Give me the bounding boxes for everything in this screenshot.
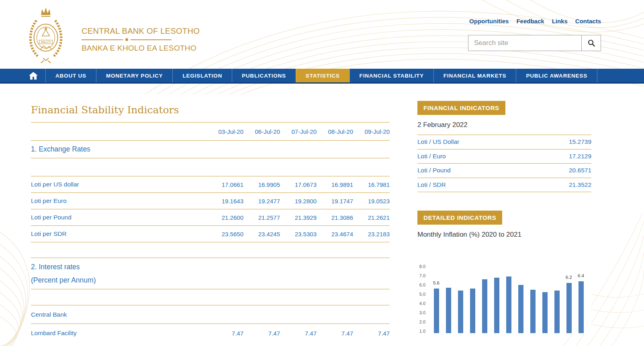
chart-bar bbox=[470, 289, 475, 333]
chart-y-tick: 5.0 bbox=[417, 292, 425, 297]
chart-bar bbox=[506, 276, 511, 333]
link-feedback[interactable]: Feedback bbox=[516, 18, 544, 25]
financial-indicators-badge: FINANCIAL INDICATORS bbox=[417, 101, 505, 115]
chart-y-tick: 3.0 bbox=[417, 310, 425, 315]
chart-bar bbox=[446, 288, 451, 333]
chart-bar bbox=[566, 283, 572, 333]
brand-divider-dot bbox=[125, 38, 128, 41]
chart-y-tick: 7.0 bbox=[417, 273, 425, 278]
spacer-row bbox=[31, 289, 390, 305]
nav-legislation[interactable]: LEGISLATION bbox=[172, 69, 232, 82]
chart-bar bbox=[434, 289, 439, 333]
nav-financial-stability[interactable]: FINANCIAL STABILITY bbox=[350, 69, 433, 82]
nav-financial-markets[interactable]: FINANCIAL MARKETS bbox=[433, 69, 516, 82]
table-row-lombard-facility: Lombard Facility 7.47 7.47 7.47 7.47 7.4… bbox=[31, 324, 390, 342]
date-header: 07-Jul-20 bbox=[280, 128, 317, 135]
indicator-row-pound: Loti / Pound 20.6571 bbox=[417, 164, 591, 178]
section-interest-rates: 2. Interest rates (Percent per Annum) bbox=[31, 258, 390, 289]
main-column: Financial Stability Indicators 03-Jul-20… bbox=[31, 84, 390, 342]
financial-indicators-table: Loti / US Dollar 15.2739 Loti / Euro 17.… bbox=[417, 135, 591, 192]
sidebar: FINANCIAL INDICATORS 2 February 2022 Lot… bbox=[417, 84, 591, 342]
utility-links: Opportunities Feedback Links Contacts bbox=[469, 18, 601, 25]
section-title: 2. Interest rates bbox=[31, 260, 390, 274]
nav-public-awareness[interactable]: PUBLIC AWARENESS bbox=[516, 69, 597, 82]
brand-text: CENTRAL BANK OF LESOTHO BANKA E KHOLO EA… bbox=[82, 27, 175, 53]
search-input[interactable] bbox=[468, 35, 581, 51]
section-subtitle: (Percent per Annum) bbox=[31, 274, 390, 287]
table-row-sdr: Loti per SDR 23.5650 23.4245 23.5303 23.… bbox=[31, 226, 390, 242]
table-row-usd: Loti per US dollar 17.0661 16.9905 17.06… bbox=[31, 176, 390, 193]
page: MALOTI CENTRAL BANK OF LESOTHO BANKA E K… bbox=[0, 0, 644, 346]
link-opportunities[interactable]: Opportunities bbox=[469, 18, 509, 25]
nav-home[interactable] bbox=[21, 69, 45, 82]
central-bank-emblem-logo: MALOTI bbox=[23, 6, 68, 63]
home-icon bbox=[29, 72, 38, 80]
chart-y-tick: 4.0 bbox=[417, 301, 425, 306]
chart-bar-label: 6.2 bbox=[566, 275, 572, 280]
chart-bar bbox=[530, 290, 536, 334]
indicators-date: 2 February 2022 bbox=[417, 121, 591, 129]
indicator-row-euro: Loti / Euro 17.2129 bbox=[417, 149, 591, 164]
chart-bar bbox=[494, 278, 499, 333]
main-navigation: ABOUT US MONETARY POLICY LEGISLATION PUB… bbox=[0, 69, 644, 84]
chart-y-tick: 8.0 bbox=[417, 264, 425, 269]
brand-line-1: CENTRAL BANK OF LESOTHO bbox=[82, 27, 175, 36]
indicator-row-usd: Loti / US Dollar 15.2739 bbox=[417, 135, 591, 149]
nav-publications[interactable]: PUBLICATIONS bbox=[232, 69, 296, 82]
site-header: MALOTI CENTRAL BANK OF LESOTHO BANKA E K… bbox=[0, 0, 644, 69]
date-header: 06-Jul-20 bbox=[243, 128, 280, 135]
detailed-indicators-badge: DETAILED INDICATORS bbox=[417, 211, 502, 225]
brand-line-2: BANKA E KHOLO EA LESOTHO bbox=[82, 44, 175, 53]
date-header: 09-Jul-20 bbox=[353, 128, 390, 135]
nav-statistics[interactable]: STATISTICS bbox=[296, 69, 350, 82]
section-exchange-rates: 1. Exchange Rates bbox=[31, 141, 390, 158]
brand-divider bbox=[82, 38, 172, 41]
date-header: 08-Jul-20 bbox=[317, 128, 353, 135]
chart-bar-label: 6.4 bbox=[578, 273, 584, 278]
table-group-central-bank: Central Bank bbox=[31, 305, 390, 324]
search-icon bbox=[587, 39, 595, 47]
chart-bar bbox=[482, 279, 487, 333]
table-row-pound: Loti per Pound 21.2600 21.2577 21.3929 2… bbox=[31, 209, 390, 226]
section-title: 1. Exchange Rates bbox=[31, 143, 390, 156]
page-title: Financial Stability Indicators bbox=[31, 103, 390, 117]
chart-bar bbox=[554, 291, 560, 333]
inflation-chart: 8.07.06.05.04.03.02.01.05.66.26.4 bbox=[417, 256, 591, 333]
chart-y-tick: 1.0 bbox=[417, 329, 425, 333]
site-search bbox=[468, 35, 601, 51]
chart-y-tick: 2.0 bbox=[417, 319, 425, 324]
link-links[interactable]: Links bbox=[552, 18, 568, 25]
chart-bar bbox=[458, 291, 463, 333]
content: Financial Stability Indicators 03-Jul-20… bbox=[0, 84, 644, 342]
nav-about-us[interactable]: ABOUT US bbox=[45, 69, 96, 82]
date-header: 03-Jul-20 bbox=[207, 128, 243, 135]
chart-bar bbox=[542, 292, 548, 333]
nav-monetary-policy[interactable]: MONETARY POLICY bbox=[96, 69, 173, 82]
spacer-row bbox=[31, 158, 390, 176]
table-date-header-row: 03-Jul-20 06-Jul-20 07-Jul-20 08-Jul-20 … bbox=[31, 123, 390, 141]
emblem-banner-text: MALOTI bbox=[41, 41, 51, 43]
spacer-row bbox=[31, 242, 390, 258]
nav-divider bbox=[597, 69, 597, 82]
indicator-row-sdr: Loti / SDR 21.3522 bbox=[417, 178, 591, 192]
chart-bar bbox=[579, 281, 584, 333]
table-row-euro: Loti per Euro 19.1643 19.2477 19.2800 19… bbox=[31, 193, 390, 209]
chart-title: Monthly Inflation (%) 2020 to 2021 bbox=[417, 231, 591, 239]
chart-y-tick: 6.0 bbox=[417, 283, 425, 287]
chart-bar-label: 5.6 bbox=[433, 280, 440, 285]
link-contacts[interactable]: Contacts bbox=[575, 18, 601, 25]
search-button[interactable] bbox=[581, 35, 601, 51]
chart-bar bbox=[518, 285, 523, 333]
financial-stability-table: 03-Jul-20 06-Jul-20 07-Jul-20 08-Jul-20 … bbox=[31, 122, 390, 342]
